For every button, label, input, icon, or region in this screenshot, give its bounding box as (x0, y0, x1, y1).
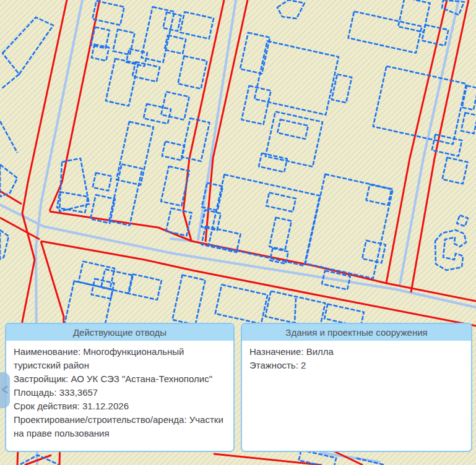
field-developer: Застройщик: АО УК СЭЗ "Астана-Технополис… (14, 372, 226, 386)
collapse-panel-button[interactable]: < (0, 372, 10, 408)
field-area: Площадь: 333,3657 (14, 386, 226, 399)
info-panel-buildings: Здания и проектные сооружения Назначение… (241, 323, 472, 452)
allotments-panel-title: Действующие отводы (6, 324, 233, 341)
field-floors: Этажность: 2 (249, 359, 464, 372)
map-viewport: Действующие отводы Наименование: Многофу… (0, 0, 476, 465)
info-panel-allotments: Действующие отводы Наименование: Многофу… (5, 323, 235, 452)
chevron-left-icon: < (2, 382, 8, 399)
field-name: Наименование: Многофункциональный турист… (14, 345, 226, 372)
field-validity: Срок действия: 31.12.2026 (14, 399, 226, 413)
buildings-panel-body: Назначение: Вилла Этажность: 2 (242, 341, 471, 377)
field-design-construction: Проектирование/строительство/аренда: Уча… (14, 413, 226, 440)
buildings-panel-title: Здания и проектные сооружения (242, 324, 471, 341)
allotments-panel-body: Наименование: Многофункциональный турист… (6, 341, 233, 445)
field-purpose: Назначение: Вилла (249, 345, 464, 359)
